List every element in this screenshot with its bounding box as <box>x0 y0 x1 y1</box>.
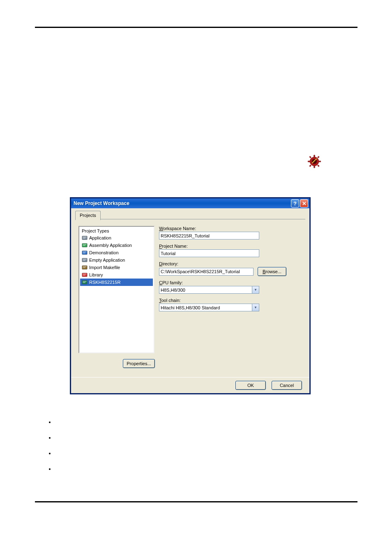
new-project-workspace-dialog: New Project Workspace ? ✕ Projects Proje… <box>70 197 311 394</box>
project-type-item[interactable]: Assembly Application <box>80 242 153 249</box>
svg-rect-29 <box>83 281 87 281</box>
project-type-item[interactable]: Empty Application <box>80 256 153 264</box>
project-type-icon <box>82 257 88 263</box>
project-type-item[interactable]: Library <box>80 271 153 279</box>
dialog-title: New Project Workspace <box>74 200 129 206</box>
chevron-down-icon: ▼ <box>252 304 259 311</box>
workspace-name-input[interactable] <box>159 232 259 240</box>
project-type-label: Application <box>89 235 111 241</box>
svg-rect-2 <box>314 166 315 168</box>
browse-button[interactable]: Browse... <box>258 267 286 276</box>
dialog-titlebar[interactable]: New Project Workspace ? ✕ <box>71 198 309 208</box>
gear-wrench-icon <box>307 154 321 168</box>
cpu-family-select[interactable]: H8S,H8/300 ▼ <box>159 286 259 294</box>
svg-rect-6 <box>317 156 319 158</box>
svg-rect-17 <box>83 251 87 252</box>
svg-rect-12 <box>83 238 85 238</box>
svg-rect-8 <box>317 165 319 167</box>
project-type-label: Demonstration <box>89 249 119 256</box>
svg-rect-7 <box>309 165 311 167</box>
tool-chain-select[interactable]: Hitachi H8S,H8/300 Standard ▼ <box>159 304 259 311</box>
project-name-input[interactable] <box>159 249 259 257</box>
svg-rect-1 <box>314 155 315 157</box>
tool-chain-label: Tool chain: <box>159 298 286 303</box>
workspace-name-label: Workspace Name: <box>159 226 286 231</box>
svg-rect-15 <box>83 245 85 246</box>
project-types-listbox[interactable]: Project Types ApplicationAssembly Applic… <box>78 226 154 353</box>
svg-rect-20 <box>83 259 87 259</box>
project-type-label: Import Makefile <box>89 264 120 271</box>
svg-rect-4 <box>319 161 321 162</box>
list-item <box>55 419 342 425</box>
project-type-icon <box>82 272 88 278</box>
project-type-label: Library <box>89 272 103 278</box>
directory-label: Directory: <box>159 261 286 266</box>
project-name-label: Project Name: <box>159 244 286 249</box>
svg-rect-3 <box>308 161 310 162</box>
ok-button[interactable]: OK <box>235 381 266 390</box>
project-type-icon <box>82 235 88 241</box>
svg-rect-23 <box>83 266 87 267</box>
svg-rect-30 <box>83 282 85 283</box>
svg-rect-5 <box>309 156 311 158</box>
cancel-button[interactable]: Cancel <box>272 381 302 390</box>
project-type-item[interactable]: Import Makefile <box>80 264 153 271</box>
svg-rect-11 <box>83 237 87 237</box>
help-icon: ? <box>293 200 297 207</box>
project-type-label: RSKH8S2215R <box>89 279 120 286</box>
project-type-icon <box>82 242 88 248</box>
project-type-item[interactable]: Application <box>80 234 153 242</box>
list-item <box>55 466 342 472</box>
cpu-family-value: H8S,H8/300 <box>159 288 252 292</box>
list-item <box>55 450 342 456</box>
help-button[interactable]: ? <box>291 199 299 207</box>
project-type-item[interactable]: RSKH8S2215R <box>80 279 153 286</box>
svg-rect-21 <box>83 260 85 260</box>
project-type-icon <box>82 279 88 285</box>
directory-input[interactable] <box>159 268 254 276</box>
project-type-item[interactable]: Demonstration <box>80 249 153 256</box>
bullet-list <box>55 419 342 481</box>
tab-projects[interactable]: Projects <box>75 211 101 220</box>
project-type-icon <box>82 265 88 270</box>
tab-strip: Projects <box>75 211 305 219</box>
svg-rect-27 <box>83 275 85 275</box>
svg-rect-24 <box>83 267 85 268</box>
svg-rect-14 <box>83 244 87 244</box>
svg-rect-26 <box>83 274 87 274</box>
project-type-label: Empty Application <box>89 257 125 263</box>
project-type-icon <box>82 250 88 256</box>
project-types-header: Project Types <box>80 228 153 234</box>
svg-rect-18 <box>83 253 85 253</box>
horizontal-rule-bottom <box>35 501 357 502</box>
tool-chain-value: Hitachi H8S,H8/300 Standard <box>159 305 252 310</box>
close-button[interactable]: ✕ <box>300 199 308 207</box>
project-type-label: Assembly Application <box>89 242 132 249</box>
close-icon: ✕ <box>302 200 307 207</box>
cpu-family-label: CPU family: <box>159 280 286 285</box>
properties-button[interactable]: Properties... <box>123 359 155 368</box>
chevron-down-icon: ▼ <box>252 286 259 293</box>
horizontal-rule-top <box>35 27 357 28</box>
list-item <box>55 435 342 440</box>
